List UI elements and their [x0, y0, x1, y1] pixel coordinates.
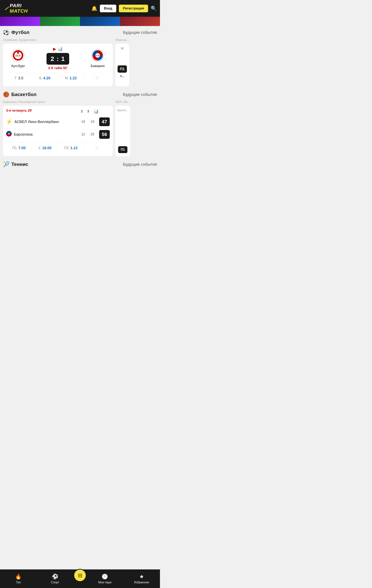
- odd-t-value: 3.5: [18, 76, 23, 80]
- partial-odd: П1: [118, 65, 127, 73]
- asvel-name: АСВЕЛ Лион-Виллербанн: [14, 120, 59, 124]
- augsburg-logo: ECA: [11, 49, 25, 62]
- nav-my-bets[interactable]: 🕐 Мои пари: [87, 574, 123, 584]
- sport-icon: ⚽: [52, 574, 58, 580]
- quarter-col-2: 2: [81, 109, 83, 113]
- barcelona-q3: 25: [90, 132, 95, 136]
- svg-text:FCB: FCB: [96, 55, 99, 56]
- football-league-2: Франци...: [115, 38, 129, 42]
- football-league-1: Германия. Бундеслига: [3, 38, 113, 42]
- tennis-title-text: Теннис: [11, 161, 28, 167]
- odd-star-football[interactable]: ☆: [84, 73, 110, 83]
- odd-t[interactable]: Т 3.5: [6, 73, 32, 83]
- banner-1[interactable]: [0, 17, 40, 26]
- nav-favorites-label: Избранное: [134, 581, 149, 584]
- banner-3[interactable]: [80, 17, 120, 26]
- login-button[interactable]: Вход: [100, 5, 116, 12]
- odd-m[interactable]: М 1.22: [58, 73, 84, 83]
- bets-icon: ⊟: [78, 572, 82, 578]
- barcelona-total: 56: [99, 130, 110, 139]
- logo-pari: PARI: [10, 3, 28, 8]
- football-cards-scroll: Германия. Бундеслига ECA: [0, 38, 160, 86]
- bball-odd-p2-label: П2: [64, 146, 69, 150]
- bball-odd-star[interactable]: ☆: [84, 143, 110, 153]
- football-match-card: ECA Аугсбург ▶ 📊 2 : 1 2-й тай: [3, 44, 113, 86]
- basketball-section-header: 🏀 Баскетбол Будущие события: [0, 91, 160, 100]
- barcelona-q2: 12: [81, 132, 86, 136]
- team-augsburg: ECA Аугсбург: [6, 49, 30, 68]
- asvel-icon: ⚡: [6, 119, 12, 125]
- football-partial-card: Франци... М П1 6...: [115, 38, 129, 86]
- bball-team1-row: ⚡ АСВЕЛ Лион-Виллербанн 19 19 47: [6, 116, 110, 128]
- bell-icon[interactable]: 🔔: [91, 6, 97, 11]
- live-quarter: 3-я четверть 29': [6, 109, 32, 113]
- odd-m-label: М: [65, 76, 68, 80]
- nav-top[interactable]: 🔥 Топ: [0, 574, 37, 584]
- logo-match: MATCH: [10, 8, 28, 14]
- tennis-section-header: 🎾 Теннис Будущие события: [0, 161, 160, 170]
- bottom-nav: 🔥 Топ ⚽ Спорт ⊟ 🕐 Мои пари ★ Избранное: [0, 569, 160, 588]
- partial-bball-odd: П1: [118, 146, 127, 153]
- register-button[interactable]: Регистрация: [119, 5, 148, 12]
- football-future-events[interactable]: Будущие события: [123, 30, 157, 35]
- banner-4[interactable]: [120, 17, 160, 26]
- basketball-future-events[interactable]: Будущие события: [123, 92, 157, 97]
- nav-top-label: Топ: [16, 581, 21, 584]
- basketball-league-2: NBA. Re...: [115, 100, 130, 104]
- live-play-icon: ▶: [53, 47, 56, 52]
- teams-row: ECA Аугсбург ▶ 📊 2 : 1 2-й тай: [6, 47, 110, 70]
- banner-2[interactable]: [40, 17, 80, 26]
- stats-icon-basketball: 📊: [94, 109, 98, 114]
- bball-odd-p1-label: П1: [12, 146, 17, 150]
- bball-odd-x-label: Х: [38, 146, 41, 150]
- bball-team1-scores: 19 19 47: [81, 117, 110, 126]
- bball-odd-x[interactable]: Х 16.00: [32, 143, 58, 153]
- basketball-section: 🏀 Баскетбол Будущие события Евролига. Ре…: [0, 88, 160, 158]
- partial-bball-text: Босто...: [118, 109, 128, 112]
- tennis-future-events[interactable]: Будущие события: [123, 162, 157, 167]
- football-title: ⚽ Футбол: [3, 29, 30, 35]
- star-icon-basketball: ☆: [95, 145, 99, 150]
- basketball-title: 🏀 Баскетбол: [3, 91, 36, 97]
- football-card-augsburg: Германия. Бундеслига ECA: [3, 38, 113, 86]
- odd-t-label: Т: [14, 76, 17, 80]
- basketball-icon: 🏀: [3, 91, 10, 97]
- banner-strip: [0, 17, 160, 26]
- partial-team-initial: М: [121, 47, 124, 51]
- odd-b[interactable]: Б 4.20: [32, 73, 58, 83]
- basketball-title-text: Баскетбол: [11, 92, 36, 97]
- nav-sport-label: Спорт: [51, 581, 59, 584]
- header: ⟋ PARI MATCH 🔔 Вход Регистрация 🔍: [0, 0, 160, 17]
- nav-favorites[interactable]: ★ Избранное: [123, 574, 160, 584]
- tennis-title: 🎾 Теннис: [3, 161, 28, 168]
- search-icon[interactable]: 🔍: [151, 6, 157, 11]
- nav-sport[interactable]: ⚽ Спорт: [37, 574, 74, 584]
- bball-team2-row: Барселона 12 25 56: [6, 129, 110, 140]
- basketball-league-1: Евролига. Регулярный сезон: [3, 100, 113, 104]
- score-icons: ▶ 📊: [53, 47, 63, 52]
- quarter-col-3: 3: [87, 109, 89, 113]
- football-icon: ⚽: [3, 29, 10, 35]
- clock-icon: 🕐: [102, 574, 108, 580]
- bball-team2-scores: 12 25 56: [81, 130, 110, 139]
- logo: ⟋ PARI MATCH: [3, 3, 28, 14]
- header-right: 🔔 Вход Регистрация 🔍: [91, 5, 157, 12]
- bball-odd-x-value: 16.00: [42, 146, 52, 150]
- asvel-q3: 19: [90, 120, 95, 124]
- basketball-card-asvel: Евролига. Регулярный сезон 3-я четверть …: [3, 100, 113, 156]
- bavaria-logo: FCB: [91, 49, 104, 62]
- score-display: 2 : 1: [46, 53, 69, 65]
- tennis-section: 🎾 Теннис Будущие события: [0, 158, 160, 172]
- nav-bets-center[interactable]: ⊟: [74, 569, 87, 582]
- bball-odd-p1[interactable]: П1 7.50: [6, 143, 32, 153]
- basketball-cards-scroll: Евролига. Регулярный сезон 3-я четверть …: [0, 100, 160, 156]
- bball-odd-p2[interactable]: П2 1.12: [58, 143, 84, 153]
- basketball-partial-card: NBA. Re... Босто... П1: [115, 100, 130, 156]
- star-icon-football: ☆: [95, 75, 99, 81]
- tennis-icon: 🎾: [3, 161, 10, 168]
- augsburg-name: Аугсбург: [11, 64, 25, 68]
- odd-b-value: 4.20: [43, 76, 50, 80]
- svg-point-10: [8, 133, 10, 135]
- partial-odd-value: 6...: [120, 74, 124, 78]
- star-nav-icon: ★: [139, 574, 144, 580]
